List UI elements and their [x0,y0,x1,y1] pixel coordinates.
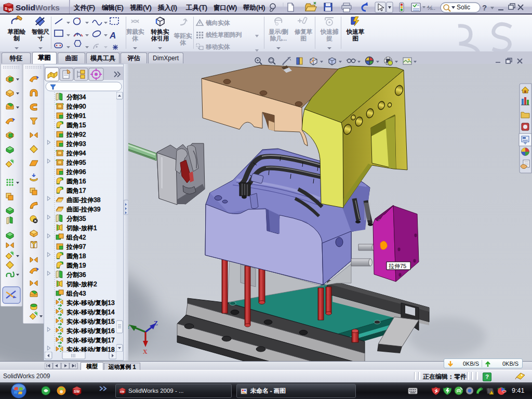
svg-text:!: ! [490,392,491,395]
svg-text:A: A [109,31,116,41]
svg-text:X: X [143,348,148,355]
svg-text:⅍..: ⅍.. [427,5,435,11]
svg-text:W: W [8,7,12,12]
svg-text:SW: SW [74,390,80,393]
svg-text:?: ? [482,3,487,12]
svg-text:SW: SW [120,390,125,393]
svg-text:Z: Z [154,320,158,327]
svg-text:S: S [5,6,8,11]
svg-text:拉伸75: 拉伸75 [389,263,406,269]
svg-text:SolidWorks: SolidWorks [16,3,60,12]
svg-text:Solic: Solic [457,4,470,11]
